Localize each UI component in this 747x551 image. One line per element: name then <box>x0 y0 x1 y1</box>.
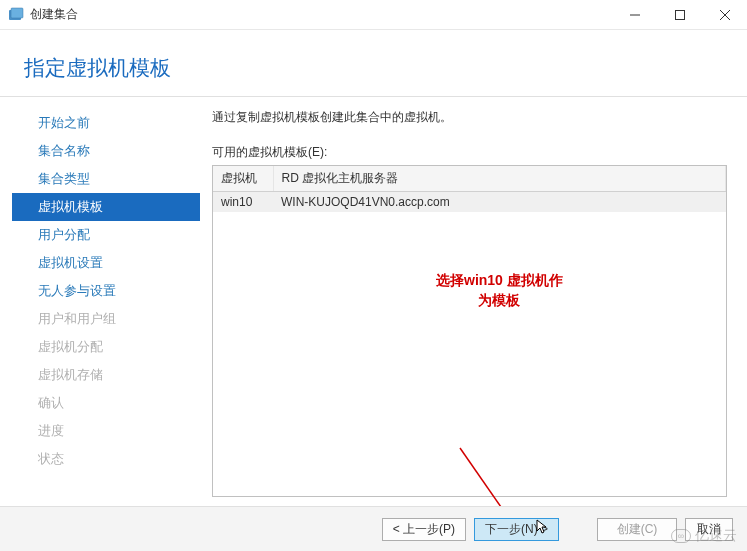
sidebar-item-collection-type[interactable]: 集合类型 <box>12 165 200 193</box>
sidebar-item-vm-settings[interactable]: 虚拟机设置 <box>12 249 200 277</box>
sidebar-item-progress: 进度 <box>12 417 200 445</box>
close-icon <box>720 10 730 20</box>
window-controls <box>612 0 747 29</box>
sidebar-item-vm-storage: 虚拟机存储 <box>12 361 200 389</box>
cell-vm: win10 <box>213 192 273 213</box>
maximize-button[interactable] <box>657 0 702 29</box>
app-icon <box>8 7 24 23</box>
cell-host: WIN-KUJOQD41VN0.accp.com <box>273 192 726 213</box>
window-title: 创建集合 <box>30 6 612 23</box>
previous-button[interactable]: < 上一步(P) <box>382 518 466 541</box>
titlebar: 创建集合 <box>0 0 747 30</box>
maximize-icon <box>675 10 685 20</box>
page-header: 指定虚拟机模板 <box>0 30 747 97</box>
sidebar-item-users-groups: 用户和用户组 <box>12 305 200 333</box>
minimize-button[interactable] <box>612 0 657 29</box>
column-header-vm[interactable]: 虚拟机 <box>213 166 273 192</box>
minimize-icon <box>630 10 640 20</box>
content-area: 开始之前 集合名称 集合类型 虚拟机模板 用户分配 虚拟机设置 无人参与设置 用… <box>0 101 747 501</box>
page-title: 指定虚拟机模板 <box>24 54 737 82</box>
sidebar-item-confirm: 确认 <box>12 389 200 417</box>
template-list[interactable]: 虚拟机 RD 虚拟化主机服务器 win10 WIN-KUJOQD41VN0.ac… <box>212 165 727 497</box>
table-header-row: 虚拟机 RD 虚拟化主机服务器 <box>213 166 726 192</box>
wizard-footer: < 上一步(P) 下一步(N) > 创建(C) 取消 <box>0 506 747 551</box>
sidebar-item-collection-name[interactable]: 集合名称 <box>12 137 200 165</box>
sidebar-item-before-start[interactable]: 开始之前 <box>12 109 200 137</box>
next-button[interactable]: 下一步(N) > <box>474 518 559 541</box>
table-row[interactable]: win10 WIN-KUJOQD41VN0.accp.com <box>213 192 726 213</box>
wizard-sidebar: 开始之前 集合名称 集合类型 虚拟机模板 用户分配 虚拟机设置 无人参与设置 用… <box>0 101 200 501</box>
svg-rect-1 <box>11 8 23 18</box>
svg-rect-3 <box>675 10 684 19</box>
sidebar-item-unattended[interactable]: 无人参与设置 <box>12 277 200 305</box>
sidebar-item-vm-allocation: 虚拟机分配 <box>12 333 200 361</box>
column-header-host[interactable]: RD 虚拟化主机服务器 <box>273 166 726 192</box>
sidebar-item-status: 状态 <box>12 445 200 473</box>
instruction-text: 通过复制虚拟机模板创建此集合中的虚拟机。 <box>212 109 727 126</box>
create-button: 创建(C) <box>597 518 677 541</box>
main-panel: 通过复制虚拟机模板创建此集合中的虚拟机。 可用的虚拟机模板(E): 虚拟机 RD… <box>200 101 747 501</box>
list-label: 可用的虚拟机模板(E): <box>212 144 727 161</box>
sidebar-item-vm-template[interactable]: 虚拟机模板 <box>12 193 200 221</box>
sidebar-item-user-assign[interactable]: 用户分配 <box>12 221 200 249</box>
template-table: 虚拟机 RD 虚拟化主机服务器 win10 WIN-KUJOQD41VN0.ac… <box>213 166 726 212</box>
close-button[interactable] <box>702 0 747 29</box>
cancel-button[interactable]: 取消 <box>685 518 733 541</box>
